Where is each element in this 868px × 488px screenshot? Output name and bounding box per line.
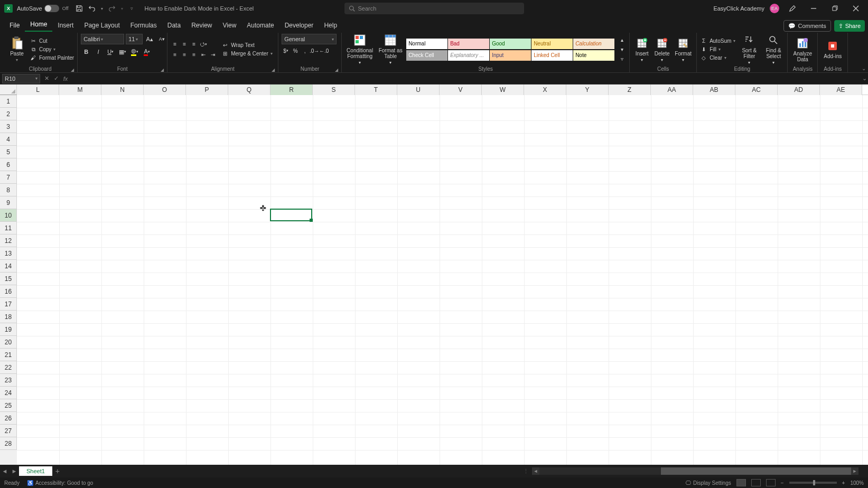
decrease-decimal-icon[interactable]: ←.0	[320, 46, 328, 55]
enter-formula-icon[interactable]: ✓	[52, 75, 60, 82]
row-header-11[interactable]: 11	[0, 222, 17, 234]
row-header-9[interactable]: 9	[0, 196, 17, 209]
style-input[interactable]: Input	[490, 50, 531, 61]
insert-cells-button[interactable]: Insert▾	[633, 37, 651, 62]
name-box[interactable]: R10▾	[2, 74, 40, 83]
font-launcher-icon[interactable]: ◢	[161, 68, 164, 72]
row-header-14[interactable]: 14	[0, 260, 17, 273]
column-header-V[interactable]: V	[440, 85, 482, 95]
column-header-X[interactable]: X	[524, 85, 566, 95]
paste-button[interactable]: Paste ▾	[6, 37, 27, 62]
clipboard-launcher-icon[interactable]: ◢	[71, 68, 74, 72]
orientation-icon[interactable]: ⭯▾	[199, 40, 208, 49]
analyze-data-button[interactable]: Analyze Data	[791, 37, 814, 62]
row-header-13[interactable]: 13	[0, 247, 17, 260]
row-header-27[interactable]: 27	[0, 425, 17, 437]
border-button[interactable]: ▦▾	[117, 46, 128, 57]
styles-more-icon[interactable]: ▿	[618, 55, 626, 63]
style-bad[interactable]: Bad	[448, 39, 489, 49]
format-cells-button[interactable]: Format▾	[673, 37, 693, 62]
style-good[interactable]: Good	[490, 39, 531, 49]
account-name[interactable]: EasyClick Academy	[713, 5, 764, 12]
decrease-indent-icon[interactable]: ⇤	[199, 51, 208, 59]
hscroll-thumb[interactable]	[661, 467, 851, 475]
style-note[interactable]: Note	[573, 50, 614, 61]
styles-scroll-up-icon[interactable]: ▴	[618, 36, 626, 44]
column-header-Q[interactable]: Q	[228, 85, 270, 95]
comma-icon[interactable]: ,	[301, 46, 309, 55]
column-header-Y[interactable]: Y	[566, 85, 609, 95]
row-header-2[interactable]: 2	[0, 108, 17, 120]
account-avatar[interactable]: EA	[770, 4, 779, 13]
row-header-7[interactable]: 7	[0, 171, 17, 184]
style-neutral[interactable]: Neutral	[531, 39, 573, 49]
column-header-U[interactable]: U	[397, 85, 440, 95]
horizontal-scrollbar[interactable]: ⋮ ◄ ►	[523, 467, 863, 475]
tab-insert[interactable]: Insert	[52, 19, 79, 32]
row-header-16[interactable]: 16	[0, 285, 17, 298]
column-header-N[interactable]: N	[101, 85, 144, 95]
column-header-AC[interactable]: AC	[735, 85, 778, 95]
decrease-font-icon[interactable]: A▾	[156, 34, 167, 44]
find-select-button[interactable]: Find & Select▾	[763, 34, 784, 65]
column-header-L[interactable]: L	[17, 85, 59, 95]
row-header-6[interactable]: 6	[0, 158, 17, 171]
row-header-23[interactable]: 23	[0, 374, 17, 387]
comments-button[interactable]: 💬 Comments	[783, 20, 830, 32]
align-center-icon[interactable]: ≡	[180, 51, 189, 59]
redo-icon[interactable]	[107, 3, 117, 14]
row-header-3[interactable]: 3	[0, 120, 17, 133]
addins-button[interactable]: Add-ins	[821, 40, 844, 59]
hscroll-right-icon[interactable]: ►	[851, 467, 858, 475]
autosave-toggle[interactable]: AutoSave Off	[17, 5, 69, 12]
pen-icon[interactable]	[785, 1, 800, 16]
align-right-icon[interactable]: ≡	[190, 51, 198, 59]
column-header-M[interactable]: M	[59, 85, 101, 95]
conditional-formatting-button[interactable]: Conditional Formatting▾	[345, 34, 375, 65]
column-header-AD[interactable]: AD	[778, 85, 820, 95]
row-header-4[interactable]: 4	[0, 133, 17, 146]
style-calculation[interactable]: Calculation	[573, 39, 614, 49]
cut-button[interactable]: ✂Cut	[30, 37, 74, 45]
percent-icon[interactable]: %	[291, 46, 300, 55]
redo-dropdown-icon[interactable]: ▾	[119, 3, 125, 14]
row-header-17[interactable]: 17	[0, 298, 17, 311]
undo-dropdown-icon[interactable]: ▾	[99, 3, 105, 14]
tab-view[interactable]: View	[218, 19, 242, 32]
column-header-O[interactable]: O	[144, 85, 186, 95]
align-left-icon[interactable]: ≡	[171, 51, 179, 59]
sheet-nav-next-icon[interactable]: ►	[10, 466, 19, 476]
row-header-22[interactable]: 22	[0, 361, 17, 374]
style-check-cell[interactable]: Check Cell	[406, 50, 447, 61]
row-header-1[interactable]: 1	[0, 95, 17, 108]
column-header-S[interactable]: S	[313, 85, 355, 95]
font-size-combo[interactable]: 11▾	[126, 34, 143, 44]
merge-center-button[interactable]: ⊞Merge & Center▾	[221, 50, 273, 58]
format-painter-button[interactable]: 🖌Format Painter	[30, 54, 74, 62]
copy-button[interactable]: ⧉Copy▾	[30, 46, 74, 53]
row-header-8[interactable]: 8	[0, 184, 17, 196]
fill-color-button[interactable]: ◍▾	[129, 46, 140, 57]
row-header-19[interactable]: 19	[0, 323, 17, 336]
column-header-R[interactable]: R	[270, 85, 313, 95]
worksheet-grid[interactable]: LMNOPQRSTUVWXYZAAABACADAE 12345678910111…	[0, 85, 868, 465]
display-settings-button[interactable]: 🖵Display Settings	[686, 480, 731, 486]
bold-button[interactable]: B	[81, 46, 91, 57]
column-header-T[interactable]: T	[355, 85, 397, 95]
row-header-15[interactable]: 15	[0, 273, 17, 285]
tab-formulas[interactable]: Formulas	[125, 19, 162, 32]
style-normal[interactable]: Normal	[406, 39, 447, 49]
formula-input[interactable]	[72, 74, 861, 83]
sort-filter-button[interactable]: Sort & Filter▾	[739, 34, 760, 65]
row-header-20[interactable]: 20	[0, 336, 17, 349]
underline-button[interactable]: U▾	[105, 46, 116, 57]
tab-automate[interactable]: Automate	[241, 19, 279, 32]
cancel-formula-icon[interactable]: ✕	[42, 75, 51, 82]
number-launcher-icon[interactable]: ◢	[335, 68, 338, 72]
share-button[interactable]: ⇪ Share	[834, 20, 865, 32]
restore-icon[interactable]	[827, 1, 843, 16]
minimize-icon[interactable]	[806, 1, 822, 16]
column-header-Z[interactable]: Z	[609, 85, 651, 95]
zoom-level[interactable]: 100%	[850, 480, 864, 486]
row-header-12[interactable]: 12	[0, 234, 17, 247]
